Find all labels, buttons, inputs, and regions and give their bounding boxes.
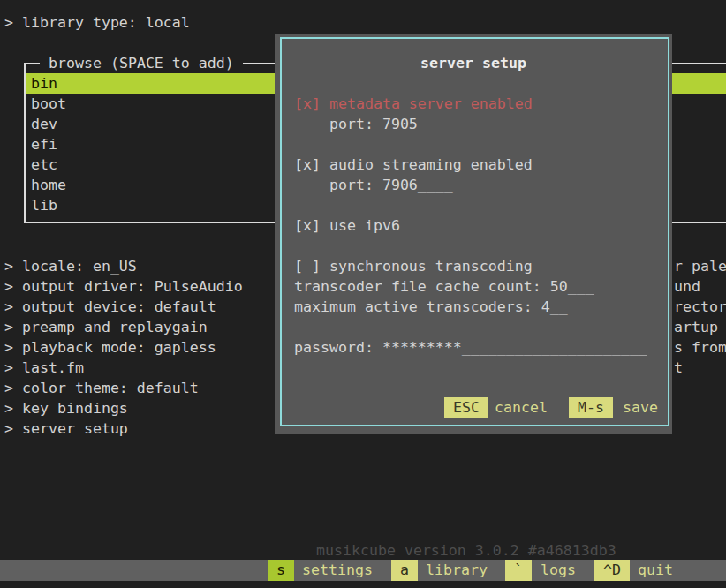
- clipped-checkbox-fragment[interactable]: s from: [674, 337, 726, 358]
- dialog-title: server setup: [275, 53, 672, 73]
- version-text: musikcube version 3.0.2 #a46813db3: [316, 540, 616, 561]
- clipped-checkbox-fragment[interactable]: r pale: [674, 256, 726, 276]
- ipv6-checkbox[interactable]: [x] use ipv6: [294, 215, 400, 236]
- shortcut-label-quit[interactable]: quit: [638, 560, 673, 581]
- transcoder-cache-input[interactable]: transcoder file cache count: 50___: [294, 276, 594, 297]
- shortcut-key-quit[interactable]: ^D: [594, 560, 630, 581]
- metadata-port-input[interactable]: port: 7905____: [294, 114, 453, 134]
- esc-key-badge[interactable]: ESC: [444, 397, 488, 418]
- browse-item-dev[interactable]: dev: [31, 114, 57, 134]
- max-transcoders-input[interactable]: maximum active transcoders: 4__: [294, 297, 568, 317]
- shortcut-label-logs[interactable]: logs: [541, 560, 576, 581]
- save-button[interactable]: save: [623, 397, 658, 418]
- shortcut-label-library[interactable]: library: [426, 560, 488, 581]
- browse-panel-title: browse (SPACE to add): [40, 53, 243, 73]
- menu-item-preamp[interactable]: > preamp and replaygain: [4, 317, 208, 337]
- menu-item-output-driver[interactable]: > output driver: PulseAudio: [4, 276, 243, 297]
- browse-item-boot[interactable]: boot: [31, 94, 66, 114]
- shortcut-label-settings[interactable]: settings: [302, 560, 373, 581]
- shortcut-key-settings[interactable]: s: [268, 560, 294, 581]
- browse-item-bin[interactable]: bin: [31, 73, 57, 94]
- browse-item-etc[interactable]: etc: [31, 155, 57, 175]
- menu-item-color-theme[interactable]: > color theme: default: [4, 378, 199, 398]
- browse-item-lib[interactable]: lib: [31, 195, 57, 215]
- menu-item-output-device[interactable]: > output device: default: [4, 297, 216, 317]
- statusbar: s settings a library ` logs ^D quit: [0, 560, 726, 581]
- server-setup-dialog: server setup [x] metadata server enabled…: [275, 34, 672, 434]
- library-type-menu-item[interactable]: > library type: local: [4, 12, 190, 33]
- clipped-checkbox-fragment[interactable]: rector: [674, 297, 726, 317]
- shortcut-key-logs[interactable]: `: [505, 560, 532, 581]
- clipped-checkbox-fragment[interactable]: t: [674, 358, 683, 378]
- menu-item-playback-mode[interactable]: > playback mode: gapless: [4, 337, 216, 358]
- clipped-checkbox-fragment[interactable]: artup: [674, 317, 718, 337]
- password-input[interactable]: password: *********_____________________: [294, 337, 647, 358]
- browse-item-home[interactable]: home: [31, 175, 66, 195]
- save-key-badge[interactable]: M-s: [569, 397, 613, 418]
- audio-streaming-checkbox[interactable]: [x] audio streaming enabled: [294, 155, 533, 175]
- sync-transcoding-checkbox[interactable]: [ ] synchronous transcoding: [294, 256, 533, 276]
- menu-item-key-bindings[interactable]: > key bindings: [4, 398, 128, 418]
- shortcut-key-library[interactable]: a: [391, 560, 418, 581]
- streaming-port-input[interactable]: port: 7906____: [294, 175, 453, 195]
- menu-item-locale[interactable]: > locale: en_US: [4, 256, 137, 276]
- metadata-server-checkbox[interactable]: [x] metadata server enabled: [294, 94, 533, 114]
- clipped-checkbox-fragment[interactable]: und: [674, 276, 700, 297]
- menu-item-lastfm[interactable]: > last.fm: [4, 358, 84, 378]
- cancel-button[interactable]: cancel: [495, 397, 548, 418]
- menu-item-server-setup[interactable]: > server setup: [4, 418, 128, 439]
- browse-item-efi[interactable]: efi: [31, 134, 57, 155]
